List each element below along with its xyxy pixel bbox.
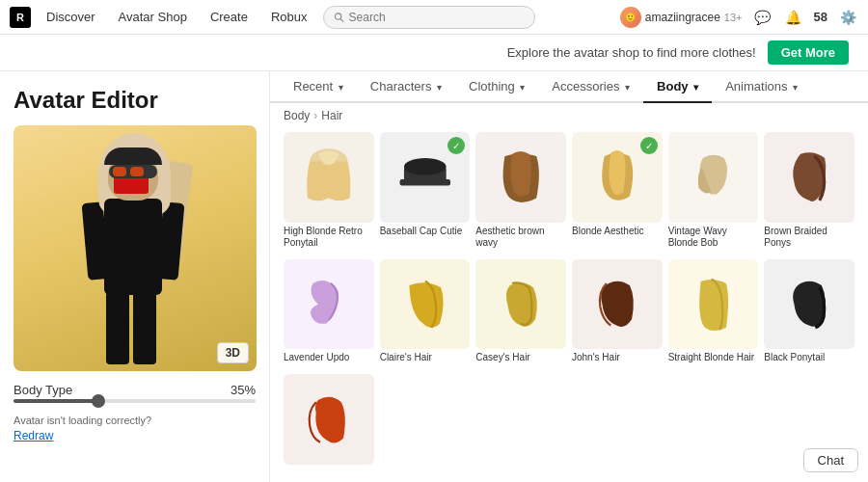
view-3d-button[interactable]: 3D (217, 342, 249, 363)
user-profile[interactable]: 🙂 amaziingracee 13+ (620, 7, 743, 28)
body-type-section: Body Type 35% (14, 383, 256, 403)
breadcrumb-body[interactable]: Body (284, 109, 310, 122)
svg-point-4 (404, 158, 447, 174)
item-label: Vintage Wavy Blonde Bob (668, 226, 759, 249)
item-label: Black Ponytail (764, 352, 854, 363)
tab-accessories[interactable]: Accessories ▾ (538, 71, 643, 101)
item-image (380, 259, 471, 350)
list-item[interactable]: Claire's Hair (380, 259, 471, 369)
item-image (284, 259, 374, 350)
robux-balance[interactable]: 58 (814, 10, 827, 24)
redraw-button[interactable]: Redraw (14, 429, 53, 442)
tab-body[interactable]: Body ▾ (643, 71, 712, 101)
chat-icon[interactable]: 💬 (752, 7, 773, 28)
list-item[interactable]: Vintage Wavy Blonde Bob (668, 132, 759, 254)
body-type-pct: 35% (231, 383, 256, 397)
nav-right-actions: 🙂 amaziingracee 13+ 💬 🔔 58 ⚙️ (620, 7, 858, 28)
get-more-button[interactable]: Get More (768, 40, 849, 65)
svg-rect-5 (399, 179, 449, 186)
right-panel: Recent ▾ Characters ▾ Clothing ▾ Accesso… (270, 71, 868, 482)
page-title: Avatar Editor (14, 87, 256, 114)
list-item[interactable]: Black Ponytail (764, 259, 854, 369)
svg-line-1 (340, 18, 343, 21)
list-item[interactable]: Aesthetic brown wavy (475, 132, 566, 254)
list-item[interactable]: ✓ Baseball Cap Cutie (380, 132, 471, 254)
item-image (764, 259, 854, 350)
tab-characters[interactable]: Characters ▾ (357, 71, 455, 101)
item-image (284, 132, 374, 223)
item-image (764, 132, 854, 223)
search-icon (334, 12, 344, 23)
item-image (572, 259, 663, 350)
list-item[interactable]: John's Hair (572, 259, 663, 369)
avatar: 🙂 (620, 7, 641, 28)
svg-point-0 (335, 13, 340, 18)
breadcrumb-sep: › (313, 109, 317, 122)
search-bar[interactable] (323, 6, 535, 29)
tab-recent[interactable]: Recent ▾ (280, 71, 357, 101)
slider-thumb[interactable] (92, 394, 105, 408)
item-label: Straight Blonde Hair (668, 352, 759, 363)
promo-banner: Explore the avatar shop to find more clo… (0, 35, 868, 71)
item-label: Aesthetic brown wavy (475, 226, 566, 249)
list-item[interactable]: Lavender Updo (284, 259, 374, 369)
roblox-logo[interactable]: R (10, 7, 31, 28)
item-image (668, 132, 759, 223)
tab-clothing[interactable]: Clothing ▾ (455, 71, 538, 101)
item-image (475, 259, 566, 350)
category-tabs: Recent ▾ Characters ▾ Clothing ▾ Accesso… (270, 71, 868, 103)
breadcrumb: Body › Hair (270, 103, 868, 128)
list-item[interactable]: ✓ Blonde Aesthetic (572, 132, 663, 254)
item-label: Casey's Hair (475, 352, 566, 363)
avatar-preview: 3D (14, 125, 257, 371)
item-label: Baseball Cap Cutie (380, 226, 471, 237)
list-item[interactable]: Brown Braided Ponys (764, 132, 854, 254)
body-type-label: Body Type (14, 383, 72, 397)
banner-text: Explore the avatar shop to find more clo… (507, 45, 756, 60)
nav-avatar-shop[interactable]: Avatar Shop (111, 10, 195, 24)
left-panel: Avatar Editor (0, 71, 270, 482)
nav-robux[interactable]: Robux (263, 10, 315, 24)
items-grid: High Blonde Retro Ponytail ✓ Baseball Ca… (270, 128, 868, 482)
body-type-slider[interactable] (14, 399, 256, 403)
item-label: High Blonde Retro Ponytail (284, 226, 374, 249)
item-image (475, 132, 566, 223)
slider-fill (14, 399, 98, 403)
chat-button[interactable]: Chat (803, 448, 858, 472)
age-badge: 13+ (724, 12, 743, 23)
settings-icon[interactable]: ⚙️ (837, 7, 858, 28)
list-item[interactable]: High Blonde Retro Ponytail (284, 132, 374, 254)
tab-animations[interactable]: Animations ▾ (712, 71, 811, 101)
item-image (668, 259, 759, 350)
item-image: ✓ (572, 132, 663, 223)
item-label: Claire's Hair (380, 352, 471, 363)
list-item[interactable] (284, 374, 374, 472)
item-image: ✓ (380, 132, 471, 223)
item-label: Lavender Updo (284, 352, 374, 363)
nav-discover[interactable]: Discover (39, 10, 103, 24)
item-check-badge: ✓ (640, 137, 658, 154)
notifications-icon[interactable]: 🔔 (783, 7, 804, 28)
breadcrumb-hair: Hair (321, 109, 342, 122)
item-label: John's Hair (572, 352, 663, 363)
main-content: Avatar Editor (0, 71, 868, 482)
item-label: Brown Braided Ponys (764, 226, 854, 249)
item-check-badge: ✓ (448, 137, 465, 154)
warning-section: Avatar isn't loading correctly? Redraw (14, 415, 256, 443)
item-label: Blonde Aesthetic (572, 226, 663, 237)
username-label: amaziingracee (645, 11, 720, 24)
list-item[interactable]: Straight Blonde Hair (668, 259, 759, 369)
top-nav: R Discover Avatar Shop Create Robux 🙂 am… (0, 0, 868, 35)
warning-text: Avatar isn't loading correctly? (14, 415, 256, 426)
list-item[interactable]: Casey's Hair (475, 259, 566, 369)
item-image (284, 374, 374, 465)
nav-create[interactable]: Create (203, 10, 256, 24)
search-input[interactable] (349, 11, 525, 24)
